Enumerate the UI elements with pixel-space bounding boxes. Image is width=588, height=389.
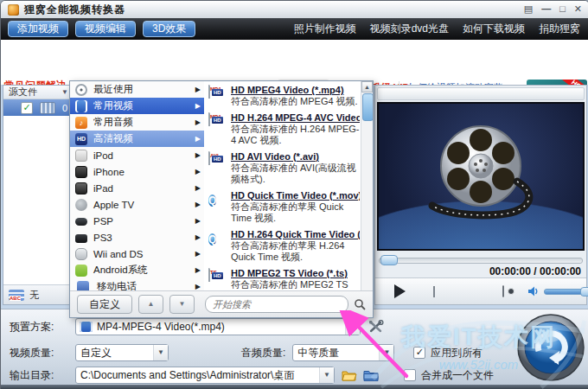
scroll-up-icon[interactable]: ▲ xyxy=(361,81,373,92)
format-item-hd-avi[interactable]: AVIHD HD AVI Video (*.avi)符合高清标准的 AVI(高级… xyxy=(208,151,360,185)
browse-folder-icon[interactable] xyxy=(363,369,379,381)
chevron-right-icon: ▶ xyxy=(195,201,201,208)
link-burn-dvd[interactable]: 视频刻录dvd光盘 xyxy=(370,22,449,36)
move-down-button[interactable]: ▼ xyxy=(169,295,195,314)
preset-label: 预置方案: xyxy=(10,320,75,335)
top-links: 照片制作视频 视频刻录dvd光盘 如何下载视频 捐助狸窝 xyxy=(294,22,580,36)
audio-quality-value: 中等质量 xyxy=(293,346,379,360)
seek-bar[interactable] xyxy=(379,254,583,265)
menu-item-common-video[interactable]: 常用视频▶ xyxy=(70,98,204,114)
audio-quality-dropdown-icon[interactable]: ▼ xyxy=(379,345,393,360)
playback-controls: ▼ xyxy=(375,277,586,304)
subtitle-none-value[interactable]: 无 xyxy=(29,289,39,302)
chevron-down-icon[interactable]: ▼ xyxy=(61,88,68,96)
seek-track[interactable] xyxy=(379,258,583,264)
output-dir-dropdown-icon[interactable]: ▼ xyxy=(319,367,334,383)
avi-file-icon: AVIHD xyxy=(208,151,210,165)
menu-item-label: 最近使用 xyxy=(93,83,195,96)
close-button[interactable]: ✕ xyxy=(574,3,582,16)
quality-row: 视频质量: 自定义 ▼ 音频质量: 中等质量 ▼ ✓ 应用到所有 xyxy=(1,342,588,363)
move-up-button[interactable]: ▲ xyxy=(138,295,163,314)
menu-item-label: PSP xyxy=(93,216,195,226)
mp4-file-icon: MP4HD xyxy=(208,112,210,126)
menu-item-hd-video[interactable]: HD高清视频▶ xyxy=(70,131,204,147)
format-desc: 符合高清标准的苹果 H.264 Quick Time 视频. xyxy=(231,240,360,263)
format-title[interactable]: HD MPEG4 Video (*.mp4) xyxy=(231,85,360,96)
menu-item-label: iPad xyxy=(93,183,195,194)
menu-item-ps3[interactable]: PS3▶ xyxy=(70,229,204,246)
format-title[interactable]: HD MPEG2 TS Video (*.ts) xyxy=(231,268,360,279)
format-item-hd-mpeg4[interactable]: MP4HD HD MPEG4 Video (*.mp4)符合高清标准的 MPEG… xyxy=(208,85,360,107)
preset-value: MP4-MPEG-4 Video(*.mp4) xyxy=(93,321,345,333)
search-input[interactable] xyxy=(205,296,348,313)
link-photo-to-video[interactable]: 照片制作视频 xyxy=(294,22,356,36)
preset-combobox[interactable]: MP4-MPEG-4 Video(*.mp4) ▼ xyxy=(75,318,361,335)
menu-item-apple-tv[interactable]: Apple TV▶ xyxy=(70,196,204,213)
audio-quality-combobox[interactable]: 中等质量 ▼ xyxy=(292,344,394,361)
app-window: 狸窝全能视频转换器 ▤ — □ ✕ 添加视频 视频编辑 3D效果 照片制作视频 … xyxy=(0,0,588,389)
menu-item-iphone[interactable]: iPhone▶ xyxy=(70,163,204,180)
video-quality-combobox[interactable]: 自定义 ▼ xyxy=(75,344,169,361)
ps3-icon xyxy=(75,234,87,243)
format-item-hd-h264-quicktime[interactable]: Q HD H.264 Quick Time Video (*.mov)符合高清标… xyxy=(208,229,360,263)
format-desc: 符合高清标准的 MPEG4 视频. xyxy=(231,96,360,107)
open-folder-icon[interactable] xyxy=(342,369,357,381)
menu-item-ipad[interactable]: iPad▶ xyxy=(70,180,204,196)
format-title[interactable]: HD AVI Video (*.avi) xyxy=(231,151,360,163)
maximize-button[interactable]: □ xyxy=(559,3,566,16)
link-download-video[interactable]: 如何下载视频 xyxy=(463,22,525,36)
menu-item-common-audio[interactable]: ♪常用音频▶ xyxy=(70,114,204,131)
format-item-hd-quicktime[interactable]: Q HD Quick Time Video (*.mov)符合高清标准的苹果 Q… xyxy=(208,190,360,224)
merge-checkbox[interactable] xyxy=(404,369,416,381)
menu-item-recent[interactable]: 最近使用▶ xyxy=(70,81,204,98)
format-item-hd-mpeg2-ts[interactable]: TSHD HD MPEG2 TS Video (*.ts)符合高清标准的 MPE… xyxy=(208,268,360,293)
search-icon[interactable] xyxy=(354,298,366,310)
chevron-right-icon: ▶ xyxy=(195,151,201,159)
window-bottom-frame xyxy=(1,385,588,389)
format-title[interactable]: HD Quick Time Video (*.mov) xyxy=(231,190,360,201)
video-display[interactable] xyxy=(377,102,585,251)
video-edit-button[interactable]: 视频编辑 xyxy=(75,21,136,37)
volume-thumb[interactable] xyxy=(580,287,588,297)
hd-chip: HD xyxy=(212,117,223,124)
menu-item-label: iPod xyxy=(93,150,195,161)
stop-button[interactable] xyxy=(433,286,435,297)
menu-item-psp[interactable]: PSP▶ xyxy=(70,213,204,229)
column-source-file[interactable]: 源文件 xyxy=(9,86,37,99)
window-title: 狸窝全能视频转换器 xyxy=(24,3,125,17)
seek-thumb[interactable] xyxy=(380,255,398,265)
format-item-hd-h264-avc[interactable]: MP4HD HD H.264 MPEG-4 AVC Video (*.mp4)符… xyxy=(208,112,360,146)
3d-effect-button[interactable]: 3D效果 xyxy=(143,21,195,37)
android-icon xyxy=(75,265,87,277)
file-checkbox[interactable]: ✓ xyxy=(21,102,33,114)
title-bar: 狸窝全能视频转换器 ▤ — □ ✕ xyxy=(1,1,588,19)
video-quality-dropdown-icon[interactable]: ▼ xyxy=(153,345,168,360)
video-icon xyxy=(75,100,87,112)
playback-time: 00:00:00 / 00:00:00 xyxy=(375,265,586,278)
output-dir-combobox[interactable]: C:\Documents and Settings\Administrator\… xyxy=(75,367,335,384)
menu-item-android[interactable]: Android系统▶ xyxy=(70,262,204,278)
preset-dropdown-icon[interactable]: ▼ xyxy=(345,319,360,335)
scroll-thumb[interactable] xyxy=(362,93,373,121)
menu-item-ipod[interactable]: iPod▶ xyxy=(70,147,204,163)
link-donate[interactable]: 捐助狸窝 xyxy=(539,22,580,36)
submenu-scrollbar[interactable]: ▲ ▼ xyxy=(361,81,373,293)
profile-popup: 最近使用▶ 常用视频▶ ♪常用音频▶ HD高清视频▶ iPod▶ iPhone▶… xyxy=(69,80,374,318)
convert-button[interactable] xyxy=(516,313,585,382)
snapshot-camera-icon[interactable] xyxy=(502,285,504,297)
apply-all-checkbox[interactable]: ✓ xyxy=(413,347,425,359)
speaker-icon[interactable] xyxy=(527,285,540,297)
preset-settings-wrench-icon[interactable] xyxy=(368,320,384,334)
source-file-panel: 源文件 ▼ 原 ✓ 0 ABC 无 最近使用▶ 常用视频▶ ♪常用音频▶ xyxy=(3,85,374,305)
add-video-button[interactable]: 添加视频 xyxy=(8,21,68,37)
skin-icon[interactable]: ▤ xyxy=(524,3,533,16)
audio-quality-label: 音频质量: xyxy=(241,346,285,360)
volume-slider[interactable] xyxy=(544,289,588,295)
menu-item-wii-ds[interactable]: Wii and DS▶ xyxy=(70,246,204,262)
minimize-button[interactable]: — xyxy=(541,3,551,16)
play-button[interactable] xyxy=(394,284,406,298)
format-title[interactable]: HD H.264 MPEG-4 AVC Video (*.mp4) xyxy=(231,112,360,124)
custom-button[interactable]: 自定义 xyxy=(77,295,132,314)
preview-toolbar xyxy=(377,87,585,100)
format-title[interactable]: HD H.264 Quick Time Video (*.mov) xyxy=(231,229,360,240)
